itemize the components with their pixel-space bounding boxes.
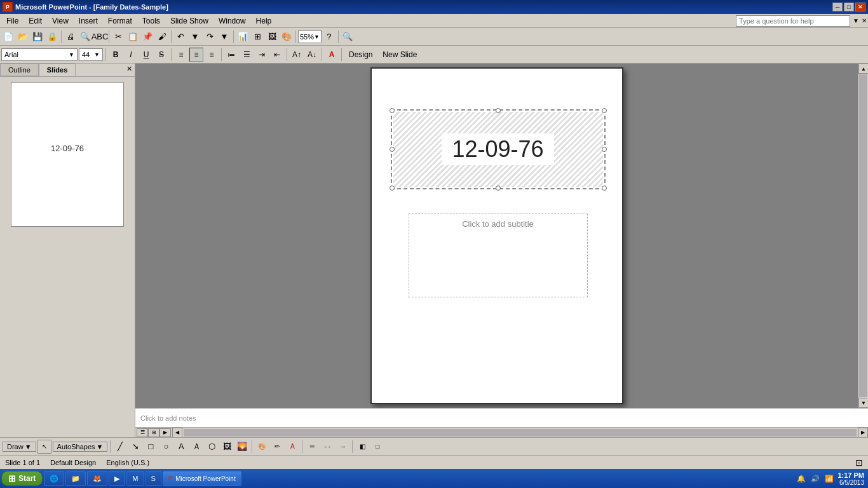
panel-close-button[interactable]: ✕ — [124, 64, 135, 76]
format-painter-button[interactable]: 🖌 — [155, 30, 169, 44]
menu-slideshow[interactable]: Slide Show — [165, 15, 214, 27]
select-objects-button[interactable]: ↖ — [37, 440, 51, 454]
normal-view-btn[interactable]: ☰ — [137, 428, 148, 437]
increase-font-button[interactable]: A↑ — [290, 48, 304, 62]
align-center-button[interactable]: ≡ — [189, 48, 203, 62]
font-color-draw-button[interactable]: A — [285, 440, 299, 454]
align-right-button[interactable]: ≡ — [205, 48, 219, 62]
menu-view[interactable]: View — [47, 15, 74, 27]
menu-format[interactable]: Format — [103, 15, 137, 27]
menu-tools[interactable]: Tools — [137, 15, 165, 27]
handle-mid-left[interactable] — [390, 147, 395, 152]
outline-tab[interactable]: Outline — [0, 64, 39, 76]
design-button[interactable]: Design — [344, 48, 377, 62]
scroll-down-arrow[interactable]: ▼ — [858, 398, 868, 408]
redo-button[interactable]: ↷ — [203, 30, 217, 44]
shadow-style-button[interactable]: ◧ — [355, 440, 369, 454]
slide-sorter-btn[interactable]: ⊞ — [148, 428, 159, 437]
font-name-box[interactable]: Arial ▼ — [1, 48, 78, 61]
strikethrough-button[interactable]: S — [154, 48, 168, 62]
scroll-right-arrow[interactable]: ▶ — [858, 428, 868, 438]
font-name-arrow[interactable]: ▼ — [69, 51, 74, 58]
line-tool[interactable]: ╱ — [113, 440, 127, 454]
menu-help[interactable]: Help — [251, 15, 277, 27]
underline-button[interactable]: U — [139, 48, 153, 62]
clipart-tool[interactable]: 🖼 — [220, 440, 234, 454]
office-search-button[interactable]: 🔍 — [341, 30, 355, 44]
handle-top-right[interactable] — [602, 108, 607, 113]
picture-tool[interactable]: 🌄 — [235, 440, 249, 454]
insert-table-button[interactable]: ⊞ — [250, 30, 264, 44]
h-scroll-thumb[interactable] — [184, 429, 857, 437]
taskbar-explorer[interactable]: 📁 — [65, 471, 86, 486]
handle-bot-left[interactable] — [390, 186, 395, 191]
fill-color-button[interactable]: 🎨 — [255, 440, 269, 454]
insert-picture-button[interactable]: 🖼 — [265, 30, 279, 44]
menu-insert[interactable]: Insert — [74, 15, 103, 27]
rect-tool[interactable]: □ — [144, 440, 158, 454]
3d-style-button[interactable]: □ — [370, 440, 384, 454]
font-size-box[interactable]: 44 ▼ — [79, 48, 103, 61]
taskbar-media[interactable]: ▶ — [109, 471, 125, 486]
decrease-indent-button[interactable]: ⇤ — [270, 48, 284, 62]
help-button[interactable]: ? — [322, 30, 336, 44]
new-button[interactable]: 📄 — [1, 30, 15, 44]
slide-canvas[interactable]: 12-09-76 — [370, 67, 623, 404]
menu-file[interactable]: File — [1, 15, 24, 27]
spell-button[interactable]: ABC — [93, 30, 107, 44]
increase-indent-button[interactable]: ⇥ — [255, 48, 269, 62]
handle-bot-mid[interactable] — [496, 186, 501, 191]
slide-thumbnail[interactable]: 12-09-76 — [11, 82, 124, 227]
scroll-left-arrow[interactable]: ◀ — [172, 428, 182, 438]
handle-top-mid[interactable] — [496, 108, 501, 113]
paste-button[interactable]: 📌 — [140, 30, 154, 44]
taskbar-ie[interactable]: 🌐 — [44, 471, 64, 486]
taskbar-app2[interactable]: S — [146, 471, 161, 486]
notes-area[interactable]: Click to add notes — [135, 408, 868, 427]
slide-title-box[interactable]: 12-09-76 — [391, 109, 606, 189]
oval-tool[interactable]: ○ — [159, 440, 173, 454]
arrow-tool[interactable]: ➘ — [128, 440, 142, 454]
handle-top-left[interactable] — [390, 108, 395, 113]
help-search-arrow[interactable]: ▼ — [853, 17, 859, 24]
scroll-thumb[interactable] — [859, 74, 867, 397]
copy-button[interactable]: 📋 — [126, 30, 140, 44]
handle-mid-right[interactable] — [602, 147, 607, 152]
dash-style-button[interactable]: - - — [320, 440, 334, 454]
undo-button[interactable]: ↶ — [173, 30, 187, 44]
open-button[interactable]: 📂 — [16, 30, 30, 44]
italic-button[interactable]: I — [124, 48, 138, 62]
slideshow-btn[interactable]: ▶ — [159, 428, 171, 437]
start-button[interactable]: ⊞ Start — [1, 471, 43, 486]
menu-window[interactable]: Window — [214, 15, 251, 27]
slides-tab[interactable]: Slides — [39, 64, 76, 76]
insert-chart-button[interactable]: 📊 — [236, 30, 250, 44]
menu-edit[interactable]: Edit — [24, 15, 47, 27]
wordart-tool[interactable]: Ａ — [189, 440, 203, 454]
bold-button[interactable]: B — [109, 48, 123, 62]
preview-button[interactable]: 🔍 — [78, 30, 92, 44]
autoshapes-button[interactable]: AutoShapes ▼ — [53, 442, 108, 452]
close-button[interactable]: ✕ — [855, 3, 865, 11]
new-slide-button[interactable]: New Slide — [378, 48, 421, 62]
numbering-button[interactable]: ≔ — [224, 48, 238, 62]
save-button[interactable]: 💾 — [31, 30, 44, 44]
scroll-up-arrow[interactable]: ▲ — [858, 64, 868, 74]
zoom-selector[interactable]: 55% ▼ — [298, 30, 322, 43]
minimize-button[interactable]: ─ — [832, 3, 843, 11]
permission-button[interactable]: 🔒 — [45, 30, 59, 44]
arrow-style-button[interactable]: → — [336, 440, 349, 454]
font-color-button[interactable]: A — [325, 48, 339, 62]
line-style-button[interactable]: ═ — [305, 440, 319, 454]
insert-clip-button[interactable]: 🎨 — [280, 30, 294, 44]
help-close-icon[interactable]: ✕ — [862, 17, 867, 24]
taskbar-powerpoint[interactable]: P Microsoft PowerPoint — [163, 471, 241, 486]
taskbar-firefox[interactable]: 🦊 — [87, 471, 107, 486]
draw-menu-button[interactable]: Draw ▼ — [3, 442, 36, 452]
line-color-button[interactable]: ✏ — [270, 440, 284, 454]
help-search-input[interactable] — [736, 15, 850, 27]
align-left-button[interactable]: ≡ — [174, 48, 188, 62]
font-size-arrow[interactable]: ▼ — [94, 51, 100, 58]
cut-button[interactable]: ✂ — [111, 30, 125, 44]
zoom-dropdown-arrow[interactable]: ▼ — [314, 34, 320, 40]
